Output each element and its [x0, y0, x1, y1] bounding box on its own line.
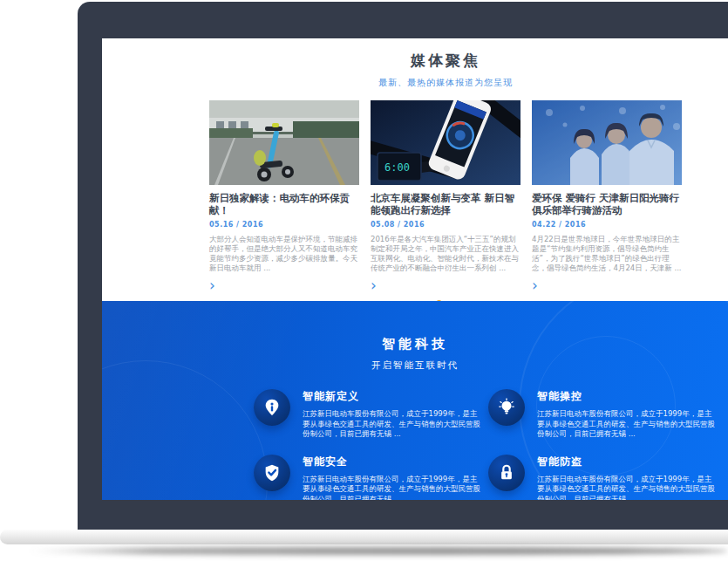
feature-smart-control: 智能操控 江苏新日电动车股份有限公司，成立于1999年，是主要从事绿色交通工具的…: [488, 389, 702, 440]
feature-description: 江苏新日电动车股份有限公司，成立于1999年，是主要从事绿色交通工具的研发、生产…: [303, 475, 484, 501]
feature-title: 智能新定义: [303, 389, 484, 404]
card-arrow-icon[interactable]: ›: [209, 278, 223, 292]
media-section-subtitle: 最新、最热的媒体报道为您呈现: [209, 77, 682, 89]
card-arrow-icon[interactable]: ›: [532, 278, 546, 292]
news-card-title: 北京车展凝聚创新与变革 新日智能领跑出行新选择: [371, 192, 520, 216]
news-card[interactable]: 新日独家解读：电动车的环保贡献！ 05.16 / 2016 大部分人会知道电动车…: [209, 100, 359, 292]
feature-description: 江苏新日电动车股份有限公司，成立于1999年，是主要从事绿色交通工具的研发、生产…: [303, 409, 484, 440]
feature-description: 江苏新日电动车股份有限公司，成立于1999年，是主要从事绿色交通工具的研发、生产…: [537, 475, 718, 501]
lock-icon: [488, 455, 525, 491]
feature-title: 智能防盗: [537, 455, 718, 469]
website-screen: 媒体聚焦 最新、最热的媒体报道为您呈现: [102, 38, 728, 500]
feature-smart-definition: 智能新定义 江苏新日电动车股份有限公司，成立于1999年，是主要从事绿色交通工具…: [254, 389, 488, 440]
media-section-title: 媒体聚焦: [209, 38, 682, 71]
shield-check-icon: [254, 455, 290, 491]
feature-title: 智能安全: [303, 455, 484, 469]
media-focus-section: 媒体聚焦 最新、最热的媒体报道为您呈现: [102, 38, 728, 301]
news-card-date: 05.16 / 2016: [209, 221, 359, 229]
bulb-icon: [488, 389, 525, 426]
feature-description: 江苏新日电动车股份有限公司，成立于1999年，是主要从事绿色交通工具的研发、生产…: [537, 409, 718, 440]
news-card[interactable]: 6:00 北京车展凝聚创新与变革 新日智能领跑出行新选择 05.08 / 201…: [371, 100, 520, 292]
card-arrow-icon[interactable]: ›: [371, 278, 384, 292]
cycling-club-team-photo[interactable]: [532, 100, 682, 185]
news-card-title: 爱环保 爱骑行 天津新日阳光骑行俱乐部举行骑游活动: [532, 192, 682, 216]
smart-section-subtitle: 开启智能互联时代: [102, 359, 728, 372]
laptop-base: [0, 530, 728, 544]
news-card-row: 新日独家解读：电动车的环保贡献！ 05.16 / 2016 大部分人会知道电动车…: [209, 100, 682, 292]
feature-anti-theft: 智能防盗 江苏新日电动车股份有限公司，成立于1999年，是主要从事绿色交通工具的…: [488, 455, 702, 501]
svg-text:6:00: 6:00: [384, 161, 410, 174]
smart-tech-section: 智能科技 开启智能互联时代 智能新定义 江苏新日电动车股份有限公司，成立于19: [102, 301, 728, 500]
feature-smart-safety: 智能安全 江苏新日电动车股份有限公司，成立于1999年，是主要从事绿色交通工具的…: [254, 455, 488, 501]
smartphone-handlebar-photo[interactable]: 6:00: [371, 100, 520, 185]
feature-title: 智能操控: [537, 389, 718, 404]
scooter-road-photo[interactable]: [209, 100, 359, 185]
feature-grid: 智能新定义 江苏新日电动车股份有限公司，成立于1999年，是主要从事绿色交通工具…: [254, 389, 707, 500]
news-card-title: 新日独家解读：电动车的环保贡献！: [209, 192, 359, 216]
news-card-date: 05.08 / 2016: [371, 221, 520, 229]
news-card-excerpt: 2016年是各大汽车集团迈入“十三五”的规划制定和开局之年，中国汽车产业正在快速…: [371, 235, 520, 273]
info-pin-icon: [254, 389, 290, 426]
news-card-excerpt: 大部分人会知道电动车是保护环境，节能减排的好帮手，但是绝大部分人又不知道电动车究…: [209, 235, 359, 273]
news-card-date: 04.22 / 2016: [532, 221, 682, 229]
news-card[interactable]: 爱环保 爱骑行 天津新日阳光骑行俱乐部举行骑游活动 04.22 / 2016 4…: [532, 100, 682, 292]
laptop-shadow: [26, 547, 728, 555]
news-card-excerpt: 4月22日是世界地球日，今年世界地球日的主题是“节约集约利用资源，倡导绿色简约生…: [532, 235, 682, 273]
page: 媒体聚焦 最新、最热的媒体报道为您呈现: [0, 0, 728, 561]
smart-section-title: 智能科技: [102, 336, 728, 352]
